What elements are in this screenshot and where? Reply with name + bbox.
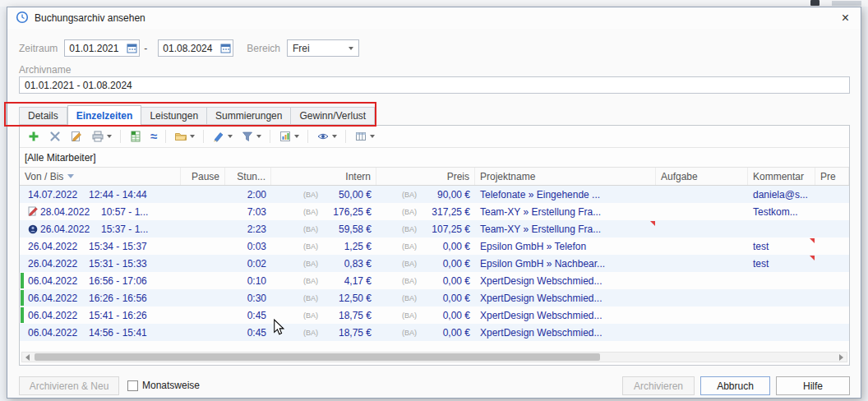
cell-preis[interactable]: (BA)0,00 € bbox=[376, 272, 475, 289]
tab-details[interactable]: Details bbox=[19, 107, 67, 125]
cell-aufgabe[interactable] bbox=[656, 255, 748, 272]
calendar-icon[interactable] bbox=[127, 43, 137, 56]
cell-kommentar[interactable] bbox=[748, 272, 815, 289]
tab-gewinn-verlust[interactable]: Gewinn/Verlust bbox=[291, 107, 375, 125]
scrollbar-thumb[interactable] bbox=[35, 353, 600, 361]
table-row[interactable]: 26.04.2022 15:31 - 15:33 0:02 (BA)0,83 €… bbox=[20, 255, 849, 272]
cell-pre[interactable] bbox=[815, 237, 849, 255]
cell-stunden[interactable]: 0:02 bbox=[225, 255, 271, 272]
cell-preis[interactable]: (BA)0,00 € bbox=[376, 237, 475, 255]
cell-preis[interactable]: (BA)0,00 € bbox=[376, 324, 475, 341]
cell-vonbis[interactable]: 06.04.2022 14:56 - 15:41 bbox=[20, 324, 181, 341]
cell-kommentar[interactable] bbox=[748, 324, 815, 341]
table-row[interactable]: 06.04.2022 14:56 - 15:41 0:45 (BA)18,75 … bbox=[20, 324, 849, 341]
column-header-preis[interactable]: Preis bbox=[376, 168, 475, 185]
cell-vonbis[interactable]: 28.04.2022 10:57 - 1... bbox=[20, 203, 181, 220]
column-header-von-bis[interactable]: Von / Bis bbox=[20, 168, 181, 185]
cell-stunden[interactable]: 0:45 bbox=[225, 324, 271, 341]
cell-projekt[interactable]: Team-XY » Erstellung Fra... bbox=[475, 220, 656, 237]
cell-aufgabe[interactable] bbox=[656, 289, 748, 307]
cell-vonbis[interactable]: 26.04.2022 15:31 - 15:33 bbox=[20, 255, 181, 272]
cell-aufgabe[interactable] bbox=[656, 220, 748, 237]
cell-pause[interactable] bbox=[181, 272, 225, 289]
cell-pre[interactable] bbox=[815, 307, 849, 324]
column-header-pause[interactable]: Pause bbox=[181, 168, 225, 185]
cell-projekt[interactable]: Telefonate » Eingehende ... bbox=[475, 186, 656, 203]
tab-leistungen[interactable]: Leistungen bbox=[141, 107, 207, 125]
cell-intern[interactable]: (BA)4,17 € bbox=[271, 272, 376, 289]
cell-pause[interactable] bbox=[181, 220, 225, 237]
cell-pause[interactable] bbox=[181, 255, 225, 272]
archivieren-neu-button[interactable]: Archivieren & Neu bbox=[19, 376, 119, 395]
cell-pre[interactable] bbox=[815, 220, 849, 237]
cell-pre[interactable] bbox=[815, 272, 849, 289]
scroll-right-icon[interactable] bbox=[836, 353, 847, 362]
cell-intern[interactable]: (BA)0,83 € bbox=[271, 255, 376, 272]
archivieren-button[interactable]: Archivieren bbox=[622, 376, 695, 395]
cell-preis[interactable]: (BA)90,00 € bbox=[376, 186, 475, 203]
cell-stunden[interactable]: 0:30 bbox=[225, 289, 271, 307]
abbruch-button[interactable]: Abbruch bbox=[700, 376, 770, 395]
cell-kommentar[interactable] bbox=[748, 220, 815, 237]
cell-preis[interactable]: (BA)0,00 € bbox=[376, 307, 475, 324]
table-row[interactable]: 28.04.2022 10:57 - 1... 7:03 (BA)176,25 … bbox=[20, 203, 849, 220]
cell-kommentar[interactable]: daniela@s... bbox=[748, 186, 815, 203]
cell-pre[interactable] bbox=[815, 203, 849, 220]
cell-projekt[interactable]: XpertDesign Webschmied... bbox=[475, 307, 656, 324]
monatsweise-checkbox-wrap[interactable]: Monatsweise bbox=[127, 380, 200, 391]
cell-aufgabe[interactable] bbox=[656, 203, 748, 220]
eye-icon[interactable] bbox=[314, 128, 339, 145]
column-header-pre[interactable]: Pre bbox=[815, 168, 849, 185]
delete-icon[interactable] bbox=[46, 128, 64, 145]
tab-einzelzeiten[interactable]: Einzelzeiten bbox=[67, 105, 142, 126]
tab-summierungen[interactable]: Summierungen bbox=[207, 107, 291, 125]
cell-aufgabe[interactable] bbox=[656, 186, 748, 203]
approximate-icon[interactable]: ≈ bbox=[148, 128, 159, 145]
cell-preis[interactable]: (BA)0,00 € bbox=[376, 255, 475, 272]
column-header-kommentar[interactable]: Kommentar bbox=[748, 168, 815, 185]
table-row[interactable]: 06.04.2022 15:41 - 16:26 0:45 (BA)18,75 … bbox=[20, 307, 849, 324]
cell-stunden[interactable]: 7:03 bbox=[225, 203, 271, 220]
table-row[interactable]: 26.04.2022 15:34 - 15:37 0:03 (BA)1,25 €… bbox=[20, 237, 849, 255]
cell-intern[interactable]: (BA)1,25 € bbox=[271, 237, 376, 255]
table-row[interactable]: 06.04.2022 16:26 - 16:56 0:30 (BA)12,50 … bbox=[20, 289, 849, 307]
column-header-intern[interactable]: Intern bbox=[271, 168, 376, 185]
cell-pause[interactable] bbox=[181, 186, 225, 203]
excel-export-icon[interactable] bbox=[127, 128, 145, 145]
folder-icon[interactable] bbox=[172, 128, 197, 145]
bereich-dropdown[interactable]: Frei bbox=[287, 39, 359, 57]
cell-kommentar[interactable] bbox=[748, 289, 815, 307]
cell-kommentar[interactable]: Testkom... bbox=[748, 203, 815, 220]
filter-icon[interactable] bbox=[238, 128, 264, 145]
cell-intern[interactable]: (BA)18,75 € bbox=[271, 324, 376, 341]
cell-preis[interactable]: (BA)317,25 € bbox=[376, 203, 475, 220]
cell-pause[interactable] bbox=[181, 203, 225, 220]
scroll-left-icon[interactable] bbox=[22, 353, 33, 362]
cell-pause[interactable] bbox=[181, 324, 225, 341]
edit-icon[interactable] bbox=[67, 128, 85, 145]
add-icon[interactable] bbox=[25, 128, 43, 145]
cell-aufgabe[interactable] bbox=[656, 272, 748, 289]
cell-projekt[interactable]: XpertDesign Webschmied... bbox=[475, 324, 656, 341]
cell-vonbis[interactable]: 14.07.2022 12:44 - 14:44 bbox=[20, 186, 181, 203]
calendar-icon[interactable] bbox=[220, 43, 231, 56]
cell-projekt[interactable]: Epsilon GmbH » Nachbear... bbox=[475, 255, 656, 272]
chart-icon[interactable] bbox=[276, 128, 302, 145]
column-header-aufgabe[interactable]: Aufgabe bbox=[656, 168, 748, 185]
hilfe-button[interactable]: Hilfe bbox=[776, 376, 850, 395]
cell-stunden[interactable]: 0:03 bbox=[225, 237, 271, 255]
cell-projekt[interactable]: XpertDesign Webschmied... bbox=[475, 272, 656, 289]
cell-stunden[interactable]: 0:45 bbox=[225, 307, 271, 324]
cell-pause[interactable] bbox=[181, 237, 225, 255]
cell-intern[interactable]: (BA)12,50 € bbox=[271, 289, 376, 307]
cell-projekt[interactable]: Epsilon GmbH » Telefon bbox=[475, 237, 656, 255]
table-columns-icon[interactable] bbox=[352, 128, 377, 145]
column-header-stunden[interactable]: Stun... bbox=[225, 168, 271, 185]
cell-intern[interactable]: (BA)18,75 € bbox=[271, 307, 376, 324]
cell-stunden[interactable]: 2:23 bbox=[225, 220, 271, 237]
close-icon[interactable]: × bbox=[838, 12, 852, 25]
cell-vonbis[interactable]: 26.04.2022 15:37 - 1... bbox=[20, 220, 181, 237]
archivname-input[interactable] bbox=[19, 76, 850, 94]
cell-aufgabe[interactable] bbox=[656, 324, 748, 341]
cell-stunden[interactable]: 0:10 bbox=[225, 272, 271, 289]
